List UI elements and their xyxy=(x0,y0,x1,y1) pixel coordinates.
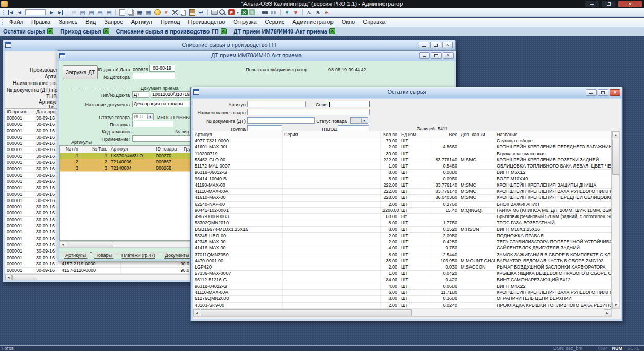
copy-record-button[interactable] xyxy=(127,9,135,16)
sort-clear-button[interactable]: А× xyxy=(323,9,330,16)
column-header[interactable]: Артикул xyxy=(193,131,283,138)
table-row[interactable]: 42345-MAX-00 2.00 ШТ 0.4280 ТЯГА СТАБИЛИ… xyxy=(193,239,611,245)
sort-asc-button[interactable]: А↓ xyxy=(305,9,313,16)
table-row[interactable]: 4470-0001-00 35.00 ШТ 103.950 M:MOUNT-CH… xyxy=(193,258,611,264)
menu-item[interactable]: Артикул xyxy=(127,19,156,25)
find-button[interactable] xyxy=(261,9,269,16)
edit-journal-2-button[interactable]: ▦ xyxy=(145,9,152,16)
bottom-tab[interactable]: Платежи (гр.47) xyxy=(117,252,160,259)
last-record-button[interactable]: ▶ xyxy=(57,9,64,16)
column-header[interactable]: Вес (нетто) xyxy=(432,131,459,138)
dt-priem-maximize-button[interactable] xyxy=(431,52,442,59)
tab-close-icon[interactable]: ✕ xyxy=(329,28,335,34)
document-tab[interactable]: Остатки сырья ✕ xyxy=(3,28,53,35)
column-header[interactable]: Артикул xyxy=(109,146,154,153)
ostatki-minimize-button[interactable] xyxy=(586,89,597,96)
scroll-right-icon[interactable]: ► xyxy=(604,309,611,316)
menu-item[interactable]: Справка xyxy=(359,19,389,25)
journal-4-icon[interactable]: ▤ xyxy=(96,9,104,16)
scroll-thumb[interactable] xyxy=(67,242,113,247)
column-header[interactable]: ID товара xyxy=(154,146,182,153)
table-row[interactable]: 90441-102-0001 2200.00 ШТ 15.40 M:QINGQI… xyxy=(193,208,611,214)
menu-item[interactable]: Производство xyxy=(184,19,230,25)
scroll-thumb[interactable] xyxy=(612,139,619,175)
column-header[interactable]: Ед.изм. xyxy=(399,131,432,138)
ostatki-close-button[interactable]: ✕ xyxy=(610,89,620,96)
naimenovanie-filter-input[interactable] xyxy=(247,109,370,115)
chevron-down-icon[interactable]: ▼ xyxy=(361,118,367,123)
table-row[interactable]: 4967-0000-0003 80.00 шт Брызговик резино… xyxy=(193,214,611,220)
column-header[interactable]: Название xyxy=(495,131,612,138)
artikul-filter-input[interactable] xyxy=(247,101,306,107)
chevron-down-icon[interactable]: ▼ xyxy=(147,114,153,119)
dt-priem-minimize-button[interactable] xyxy=(419,52,430,59)
menu-item[interactable]: Файл xyxy=(5,19,27,25)
spisanie-maximize-button[interactable] xyxy=(430,42,441,48)
doc-filter-input[interactable] xyxy=(247,117,315,124)
journal-3-icon[interactable]: ▤ xyxy=(88,9,95,16)
doc-date-field[interactable]: 08-08-19 xyxy=(149,65,175,72)
doc-type-field[interactable]: ДТ xyxy=(132,91,149,98)
paste-button[interactable] xyxy=(188,9,196,16)
scroll-down-icon[interactable]: ▼ xyxy=(612,302,619,308)
seriya-filter-input[interactable] xyxy=(327,101,370,107)
document-tab[interactable]: ДТ прием ИМ78/ИМ40-Акт приема ✕ xyxy=(234,28,335,35)
journal-5-icon[interactable]: ▤ xyxy=(105,9,113,16)
journal-1-icon[interactable]: ▤ xyxy=(70,9,78,16)
sort-desc-button[interactable]: Я↓ xyxy=(314,9,322,16)
bottom-tab[interactable]: Документы xyxy=(161,252,194,259)
prev-record-button[interactable]: ◀ xyxy=(15,9,23,16)
dt-priem-close-button[interactable]: ✕ xyxy=(443,52,454,59)
menubar-grip[interactable] xyxy=(2,19,4,25)
edit-journal-button[interactable]: ▦ xyxy=(136,9,144,16)
refresh-button[interactable] xyxy=(153,9,161,16)
table-row[interactable]: 41416-MAX-00 4.00 ШТ 0.760 САЙЛЕНТБЛОК Д… xyxy=(193,245,611,252)
column-header[interactable]: Кол-во xyxy=(381,131,399,138)
menu-item[interactable]: Правка xyxy=(27,19,55,25)
menu-item[interactable]: Окно xyxy=(338,19,359,25)
excel-export-2-button[interactable]: X xyxy=(249,9,255,15)
column-header[interactable]: № Тов. xyxy=(80,146,109,153)
filter-button[interactable]: ▼ xyxy=(283,9,291,16)
load-dt-button[interactable]: Загрузка ДТ xyxy=(63,65,98,79)
table-row[interactable]: 96318-04022-G 4.00 ШТ 0.0680 ВИНТ М4Х22 xyxy=(193,283,611,290)
pdf-export-button[interactable]: P xyxy=(228,9,235,15)
find-next-button[interactable] xyxy=(270,9,277,16)
tab-close-icon[interactable]: ✕ xyxy=(221,28,227,34)
copy-button[interactable] xyxy=(180,9,187,16)
table-row[interactable]: 53245-URO-00 2.00 ШТ 2.0980 ПОДНОЖКА ПРА… xyxy=(193,233,611,239)
spisanie-close-button[interactable]: ✕ xyxy=(442,42,453,48)
menu-item[interactable]: Приход xyxy=(156,19,184,25)
next-record-button[interactable]: ▶ xyxy=(48,9,56,16)
table-row[interactable]: 41198-MAX-00 222.00 ШТ 83.776140 M:SMC К… xyxy=(193,182,611,189)
spisanie-hscrollbar[interactable]: ◄ xyxy=(5,274,193,280)
cut-button[interactable] xyxy=(171,9,179,16)
new-record-button[interactable] xyxy=(118,9,126,16)
document-tab[interactable]: Списание сырья в производство ГП ✕ xyxy=(116,28,227,35)
bottom-tab[interactable]: Артикулы xyxy=(61,252,91,259)
table-row[interactable]: 96112-51216-G 84.00 ШТ 0.420 ВИНТ САМОНА… xyxy=(193,277,611,283)
column-header[interactable]: ID произв. xyxy=(5,109,34,115)
postavka-field[interactable] xyxy=(132,121,173,127)
primechanie-field[interactable] xyxy=(132,135,193,142)
dogovor-field[interactable] xyxy=(133,73,175,79)
window-ostatki[interactable]: Остатки сырья ✕ Артикул Серия Наименован… xyxy=(190,87,623,321)
dt-priem-titlebar[interactable]: ДТ прием ИМ78/ИМ40-Акт приема ✕ xyxy=(57,51,456,61)
scroll-thumb[interactable] xyxy=(12,275,37,280)
table-row[interactable]: 51172-MAL-0007 1.00 ШТ 0.5460 ОБЛИЦОВКА … xyxy=(193,163,611,170)
excel-export-button[interactable]: X xyxy=(241,9,248,15)
table-row[interactable]: 110200719 30.00 ШТ Втулка пластмассовая xyxy=(193,151,611,157)
table-row[interactable]: 58302QMN2010 8.00 ШТ 1.7760 ТРОС ГАЗА ВО… xyxy=(193,220,611,226)
table-row[interactable]: 61276QMNZ000 8.00 ШТ 0.3680 ОГРАНИЧИТЕЛЬ… xyxy=(193,296,611,302)
ostatki-titlebar[interactable]: Остатки сырья ✕ xyxy=(191,87,622,98)
spisanie-titlebar[interactable]: Списание сырья в производство ГП ✕ xyxy=(3,40,455,51)
status-combo[interactable]: ИНТ▼ xyxy=(132,113,154,120)
table-row[interactable]: 43103-SK9-00 2.00 ШТ 0.0240 ПРОКЛАДКА КР… xyxy=(193,303,611,309)
scroll-up-icon[interactable]: ▲ xyxy=(612,131,619,138)
pdf-dropdown-icon[interactable]: ▾ xyxy=(236,9,240,16)
ostatki-hscrollbar[interactable]: ◄ ► xyxy=(193,309,612,317)
table-row[interactable]: 62540-NAF-00 2.00 ШТ 0.2760 БЛОК ЗАЖИГАН… xyxy=(193,202,611,208)
preview-button[interactable] xyxy=(219,9,227,16)
journal-2-icon[interactable]: ▤ xyxy=(79,9,86,16)
scroll-left-icon[interactable]: ◄ xyxy=(5,275,12,280)
